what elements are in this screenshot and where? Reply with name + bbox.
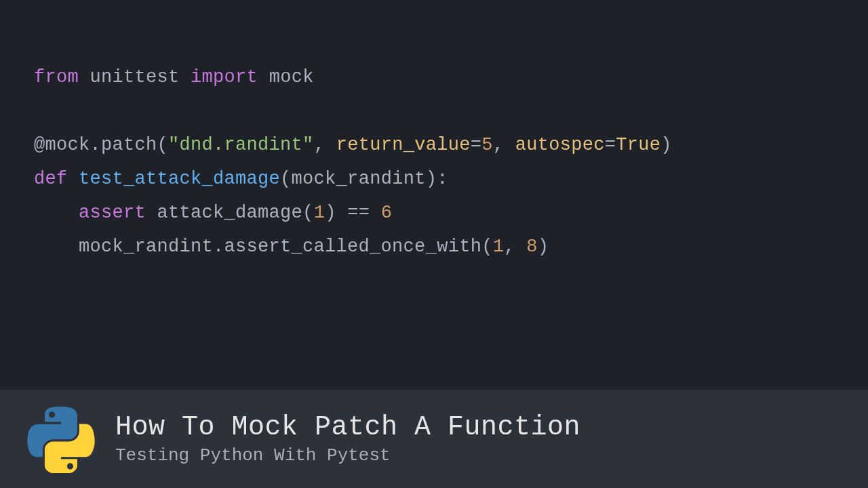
- footer-title: How To Mock Patch A Function: [115, 412, 580, 443]
- footer-text-group: How To Mock Patch A Function Testing Pyt…: [115, 412, 580, 466]
- code-line-4: assert attack_damage(1) == 6: [34, 197, 834, 230]
- code-line-1: from unittest import mock: [34, 61, 834, 95]
- code-blank-line: [34, 95, 834, 129]
- footer-subtitle: Testing Python With Pytest: [115, 445, 580, 466]
- code-line-3: def test_attack_damage(mock_randint):: [34, 163, 834, 197]
- code-block: from unittest import mock @mock.patch("d…: [0, 0, 868, 264]
- footer-bar: How To Mock Patch A Function Testing Pyt…: [0, 390, 868, 488]
- python-logo-icon: [27, 405, 95, 473]
- code-line-5: mock_randint.assert_called_once_with(1, …: [34, 230, 834, 264]
- code-line-2: @mock.patch("dnd.randint", return_value=…: [34, 129, 834, 163]
